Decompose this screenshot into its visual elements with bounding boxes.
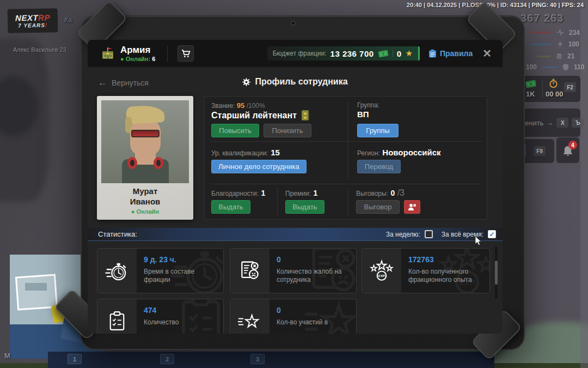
exp-stars-icon — [369, 258, 394, 283]
hidden-top-label: Ка — [64, 16, 72, 24]
reprimand-total: /3 — [397, 188, 405, 197]
map-key-label: M — [4, 352, 10, 360]
shield-icon — [562, 63, 569, 71]
demote-button[interactable]: Понизить — [264, 124, 311, 137]
armor-value: 110 — [574, 63, 584, 71]
stat-label: Количество жалоб на сотрудника — [277, 268, 350, 284]
stat-icon-box — [230, 299, 270, 334]
alltime-checkbox[interactable]: ✓ — [488, 230, 496, 238]
rank-line: Звание: 95 /100% — [211, 101, 265, 110]
wallet-timer-panel: 1K 00 00 F2 — [518, 76, 580, 102]
rules-clipboard-icon — [428, 49, 437, 58]
armor-bar — [541, 67, 558, 68]
bonus-value: 1 — [313, 189, 317, 197]
nextrp-logo: NEXTRP 7 YEARS! — [8, 8, 58, 33]
cart-icon — [181, 49, 191, 58]
employee-first-name: Мурат — [101, 186, 189, 196]
stopwatch-icon — [105, 259, 129, 283]
online-label: Онлайн: — [126, 56, 150, 62]
photo-sunglasses — [131, 130, 160, 137]
timer-value: 00 00 — [546, 90, 564, 98]
thanks-value: 1 — [261, 189, 266, 197]
camera-dot — [291, 21, 296, 26]
thanks-label: Благодарности: — [211, 190, 259, 197]
groups-button[interactable]: Группы — [357, 124, 399, 137]
stat-icon-box — [97, 249, 137, 293]
health-value: 234 — [569, 29, 580, 37]
online-dot: ● — [120, 56, 124, 62]
region-line: Регион: Новороссийск — [357, 148, 441, 158]
stat-label: Количество — [144, 318, 217, 327]
game-screen: M 1 2 3 20:40 | 04.12.2025 | P.LOSS: 0% … — [0, 0, 588, 368]
food-value: 21 — [567, 52, 574, 60]
scrollbar-track — [495, 246, 498, 299]
statistics-title: Статистика: — [98, 230, 137, 238]
promote-button[interactable]: Повысить — [211, 124, 259, 137]
group-label: Группа: — [357, 101, 379, 109]
notifications-panel[interactable]: 4 — [556, 137, 579, 163]
rank-label: Звание: — [211, 102, 235, 110]
logo-next: NEXT — [15, 13, 38, 23]
transfer-button[interactable]: Перевод — [357, 160, 401, 173]
info-divider-v2 — [277, 188, 278, 215]
week-checkbox[interactable] — [425, 230, 433, 238]
rank-title-row: Старший лейтенант — [211, 110, 309, 120]
hotbar-slot-1[interactable]: 1 — [68, 354, 82, 364]
food-icon — [555, 52, 563, 60]
photo-headphone-right — [154, 157, 163, 169]
person-dismiss-icon — [408, 203, 416, 211]
employee-photo-card: Мурат Иванов ● Онлайн — [97, 96, 193, 220]
stat-value: 0 — [277, 306, 350, 315]
close-button[interactable]: ✕ — [482, 47, 492, 60]
background-edge — [580, 0, 588, 368]
logo-excl: ! — [45, 22, 48, 28]
grant-thanks-button[interactable]: Выдать — [211, 200, 250, 214]
armor-prefix: 100 — [526, 63, 537, 71]
qualification-value: 15 — [271, 148, 280, 157]
hud-divider — [542, 80, 543, 98]
mouse-cursor — [475, 236, 481, 245]
employee-last-name: Иванов — [101, 196, 189, 207]
dismiss-button[interactable] — [404, 200, 420, 214]
page-title: Профиль сотрудника — [255, 77, 347, 87]
lightning-icon — [556, 40, 564, 48]
participation-star-icon — [238, 310, 262, 334]
logo-years: 7 YEARS — [18, 22, 45, 29]
stat-value: 172763 — [408, 255, 482, 264]
hotbar-slot-3[interactable]: 3 — [250, 354, 265, 364]
faction-panel: Армия ● Онлайн: 6 Бюджет фракции: 13 236… — [88, 40, 503, 334]
scrollbar-thumb[interactable] — [495, 261, 498, 285]
page-title-row: Профиль сотрудника — [88, 77, 503, 87]
heartbeat-icon — [556, 28, 565, 37]
rules-label: Правила — [440, 49, 473, 58]
stat-card-faction-exp: 172763 Кол-во полученного фракционного о… — [362, 248, 490, 293]
stat-card-complaints: 0 Количество жалоб на сотрудника — [230, 248, 357, 293]
online-count: 6 — [152, 56, 155, 62]
shop-button[interactable] — [177, 45, 194, 62]
thanks-line: Благодарности: 1 — [211, 188, 265, 198]
stat-card-time-in-faction: 9 д. 23 ч. Время в составе фракции — [97, 248, 224, 293]
vital-armor: 100 110 — [526, 63, 584, 71]
arrow-right: → — [547, 119, 553, 126]
bonus-label: Премии: — [285, 190, 311, 197]
hotbar-slot-2[interactable]: 2 — [160, 354, 174, 364]
rank-current: 95 — [237, 101, 244, 110]
player-nametag: Алекс Васильев 23 — [13, 46, 66, 53]
employee-photo — [101, 100, 189, 183]
reprimand-line: Выговоры: 0 /3 — [356, 188, 405, 198]
health-bar — [529, 32, 552, 33]
reprimand-value: 0 — [390, 189, 395, 197]
reprimand-button[interactable]: Выговор — [356, 200, 400, 214]
timer-icon — [549, 79, 558, 88]
rules-button[interactable]: Правила — [428, 49, 473, 58]
employee-status-label: Онлайн — [137, 208, 160, 215]
qualification-label: Ур. квалификации: — [211, 149, 268, 157]
grant-bonus-button[interactable]: Выдать — [285, 200, 324, 214]
key-hard-sign: Ъ — [572, 118, 584, 128]
panel-header: Армия ● Онлайн: 6 Бюджет фракции: 13 236… — [88, 40, 503, 67]
photo-headphone-left — [127, 157, 137, 169]
budget-pill: Бюджет фракции: 13 236 700 0 ★ — [267, 46, 420, 61]
dossier-button[interactable]: Личное дело сотрудника — [211, 160, 307, 173]
key-f2: F2 — [564, 82, 576, 92]
logo-rp: RP — [38, 13, 50, 22]
